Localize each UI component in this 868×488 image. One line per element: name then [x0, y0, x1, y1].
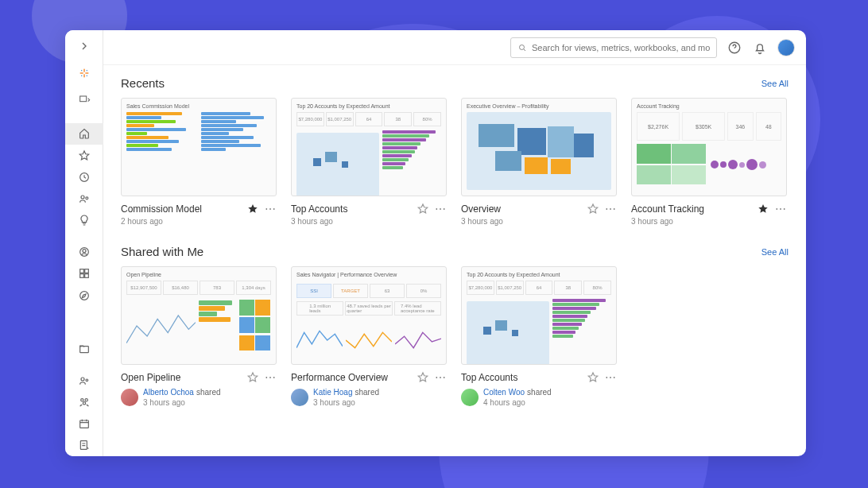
- svg-rect-19: [79, 346, 88, 352]
- notifications-button[interactable]: [752, 40, 768, 56]
- card-more-button[interactable]: ⋯: [264, 203, 277, 215]
- recent-card[interactable]: Account Tracking $2,276K $305K 346 48: [631, 98, 787, 226]
- recents-see-all-link[interactable]: See All: [761, 79, 789, 88]
- svg-point-22: [80, 399, 83, 401]
- svg-rect-6: [81, 76, 82, 76]
- search-icon: [517, 43, 527, 52]
- card-title: Top Accounts: [291, 203, 412, 215]
- app-window: Recents See All Sales Commission Model: [65, 30, 806, 456]
- search-input[interactable]: [532, 43, 710, 52]
- external-assets-nav[interactable]: [65, 338, 103, 359]
- card-thumbnail: Top 20 Accounts by Expected Amount $7,28…: [291, 98, 447, 196]
- svg-rect-14: [79, 269, 83, 273]
- shared-card[interactable]: Sales Navigator | Performance Overview S…: [291, 266, 447, 408]
- recents-title: Recents: [121, 76, 165, 90]
- collapse-sidebar-button[interactable]: [65, 35, 103, 56]
- recents-nav[interactable]: [65, 166, 103, 188]
- home-nav[interactable]: [65, 123, 103, 145]
- favorites-nav[interactable]: [65, 145, 103, 166]
- favorite-toggle[interactable]: [246, 203, 259, 215]
- recent-card[interactable]: Top 20 Accounts by Expected Amount $7,28…: [291, 98, 447, 226]
- card-time: 3 hours ago: [291, 217, 447, 226]
- star-outline-icon: [417, 203, 429, 215]
- svg-rect-8: [79, 96, 86, 102]
- card-more-button[interactable]: ⋯: [264, 371, 277, 384]
- people-icon: [78, 192, 91, 205]
- personal-space-nav[interactable]: [65, 241, 103, 262]
- help-button[interactable]: [727, 40, 742, 56]
- help-icon: [727, 41, 742, 55]
- svg-rect-5: [86, 70, 87, 71]
- sharer-name-link[interactable]: Colten Woo: [483, 388, 525, 397]
- favorite-toggle[interactable]: [757, 203, 769, 215]
- users-nav[interactable]: [65, 370, 103, 391]
- shared-row: Open Pipeline $12,907,500$16,4807831,304…: [121, 266, 789, 408]
- svg-point-11: [85, 197, 87, 199]
- card-time: 3 hours ago: [461, 217, 617, 226]
- star-outline-icon: [587, 371, 599, 384]
- sharer-avatar: [291, 389, 308, 406]
- card-more-button[interactable]: ⋯: [434, 371, 447, 384]
- favorite-toggle[interactable]: [587, 371, 599, 384]
- jobs-nav[interactable]: [65, 435, 103, 456]
- card-title: Commission Model: [121, 203, 242, 215]
- tableau-logo-icon[interactable]: [65, 62, 103, 83]
- svg-point-20: [81, 378, 84, 381]
- home-icon: [78, 127, 91, 140]
- users-icon: [78, 374, 91, 387]
- user-avatar[interactable]: [777, 39, 795, 56]
- star-outline-icon: [417, 371, 429, 384]
- svg-rect-26: [80, 441, 87, 450]
- svg-point-24: [83, 402, 85, 405]
- svg-point-21: [86, 379, 88, 381]
- chevron-right-icon: [78, 40, 91, 52]
- groups-nav[interactable]: [65, 391, 103, 412]
- sharer-avatar: [121, 389, 138, 406]
- recent-card[interactable]: Executive Overview – Profitability: [461, 98, 617, 226]
- card-title: Overview: [461, 203, 582, 215]
- shared-card[interactable]: Open Pipeline $12,907,500$16,4807831,304…: [121, 266, 277, 408]
- svg-rect-4: [81, 70, 82, 71]
- svg-rect-16: [79, 274, 83, 278]
- shared-see-all-link[interactable]: See All: [761, 247, 789, 257]
- card-time: 3 hours ago: [631, 217, 787, 226]
- recents-header: Recents See All: [121, 76, 789, 90]
- main-area: Recents See All Sales Commission Model: [103, 30, 806, 456]
- explore-nav[interactable]: [65, 285, 103, 306]
- sharer-name-link[interactable]: Katie Hoag: [313, 388, 352, 397]
- card-more-button[interactable]: ⋯: [604, 203, 617, 215]
- folder-icon: [78, 343, 91, 355]
- svg-rect-3: [83, 74, 84, 77]
- schedules-nav[interactable]: [65, 413, 103, 435]
- grid-icon: [78, 267, 91, 280]
- card-time: 3 hours ago: [143, 397, 221, 408]
- recent-card[interactable]: Sales Commission Model: [121, 98, 277, 226]
- shared-nav[interactable]: [65, 188, 103, 209]
- star-filled-icon: [757, 203, 769, 215]
- card-title: Performance Overview: [291, 372, 412, 383]
- svg-rect-2: [85, 72, 88, 73]
- shared-title: Shared with Me: [121, 245, 203, 258]
- svg-rect-1: [79, 72, 83, 73]
- logo-icon: [78, 67, 91, 79]
- svg-rect-7: [86, 76, 87, 76]
- card-time: 3 hours ago: [313, 397, 379, 408]
- lightbulb-icon: [78, 214, 91, 227]
- card-thumbnail: Account Tracking $2,276K $305K 346 48: [631, 98, 787, 196]
- svg-point-13: [83, 250, 86, 253]
- search-box[interactable]: [510, 37, 717, 58]
- shared-card[interactable]: Top 20 Accounts by Expected Amount $7,28…: [461, 266, 617, 408]
- card-more-button[interactable]: ⋯: [774, 203, 787, 215]
- card-title: Open Pipeline: [121, 372, 242, 383]
- card-more-button[interactable]: ⋯: [604, 371, 617, 384]
- favorite-toggle[interactable]: [246, 371, 259, 384]
- collections-nav[interactable]: [65, 263, 103, 285]
- sharer-name-link[interactable]: Alberto Ochoa: [143, 388, 194, 397]
- favorite-toggle[interactable]: [417, 203, 429, 215]
- card-thumbnail: Sales Commission Model: [121, 98, 277, 196]
- favorite-toggle[interactable]: [587, 203, 599, 215]
- card-more-button[interactable]: ⋯: [434, 203, 447, 215]
- new-button[interactable]: [65, 88, 103, 110]
- recommendations-nav[interactable]: [65, 210, 103, 231]
- favorite-toggle[interactable]: [417, 371, 429, 384]
